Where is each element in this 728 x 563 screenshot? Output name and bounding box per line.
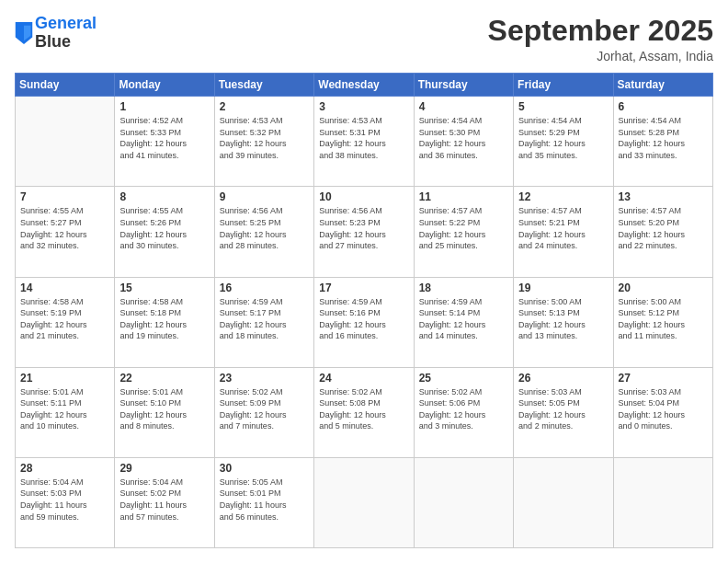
day-info: Sunrise: 4:56 AM Sunset: 5:23 PM Dayligh…: [319, 205, 408, 251]
calendar-cell: 18Sunrise: 4:59 AM Sunset: 5:14 PM Dayli…: [414, 277, 513, 367]
day-info: Sunrise: 4:59 AM Sunset: 5:17 PM Dayligh…: [220, 296, 309, 342]
day-number: 13: [619, 190, 708, 203]
day-number: 19: [518, 282, 608, 294]
day-info: Sunrise: 5:02 AM Sunset: 5:08 PM Dayligh…: [319, 386, 408, 432]
day-info: Sunrise: 4:52 AM Sunset: 5:33 PM Dayligh…: [119, 115, 209, 161]
calendar-cell: 22Sunrise: 5:01 AM Sunset: 5:10 PM Dayli…: [115, 367, 214, 457]
calendar-cell: 10Sunrise: 4:56 AM Sunset: 5:23 PM Dayli…: [314, 187, 414, 277]
calendar-cell: 3Sunrise: 4:53 AM Sunset: 5:31 PM Daylig…: [314, 97, 414, 187]
day-info: Sunrise: 5:00 AM Sunset: 5:12 PM Dayligh…: [619, 296, 708, 342]
page: GeneralBlue September 2025 Jorhat, Assam…: [0, 0, 728, 563]
day-number: 12: [518, 190, 608, 203]
day-info: Sunrise: 4:57 AM Sunset: 5:20 PM Dayligh…: [619, 205, 708, 251]
calendar-cell: 12Sunrise: 4:57 AM Sunset: 5:21 PM Dayli…: [514, 187, 613, 277]
calendar-cell: 11Sunrise: 4:57 AM Sunset: 5:22 PM Dayli…: [414, 187, 513, 277]
location: Jorhat, Assam, India: [488, 49, 713, 63]
week-row-5: 28Sunrise: 5:04 AM Sunset: 5:03 PM Dayli…: [16, 457, 713, 547]
day-number: 27: [619, 372, 708, 385]
day-number: 23: [220, 372, 309, 385]
col-wednesday: Wednesday: [314, 74, 414, 97]
day-info: Sunrise: 4:58 AM Sunset: 5:19 PM Dayligh…: [20, 296, 109, 342]
calendar-cell: 6Sunrise: 4:54 AM Sunset: 5:28 PM Daylig…: [613, 97, 712, 187]
month-title: September 2025: [488, 15, 713, 47]
week-row-4: 21Sunrise: 5:01 AM Sunset: 5:11 PM Dayli…: [16, 367, 713, 457]
day-info: Sunrise: 5:01 AM Sunset: 5:11 PM Dayligh…: [20, 386, 109, 432]
day-number: 20: [619, 282, 708, 294]
week-row-2: 7Sunrise: 4:55 AM Sunset: 5:27 PM Daylig…: [16, 187, 713, 277]
day-info: Sunrise: 4:53 AM Sunset: 5:31 PM Dayligh…: [319, 115, 408, 161]
day-number: 14: [20, 282, 109, 294]
day-number: 1: [119, 100, 209, 113]
header-row: Sunday Monday Tuesday Wednesday Thursday…: [16, 74, 713, 97]
day-number: 17: [319, 282, 408, 294]
day-info: Sunrise: 5:04 AM Sunset: 5:02 PM Dayligh…: [119, 477, 209, 523]
day-number: 10: [319, 190, 408, 203]
day-number: 3: [319, 100, 408, 113]
logo-icon: [15, 22, 33, 44]
day-info: Sunrise: 5:01 AM Sunset: 5:10 PM Dayligh…: [119, 386, 209, 432]
day-info: Sunrise: 4:58 AM Sunset: 5:18 PM Dayligh…: [119, 296, 209, 342]
header: GeneralBlue September 2025 Jorhat, Assam…: [15, 15, 713, 63]
calendar-cell: 8Sunrise: 4:55 AM Sunset: 5:26 PM Daylig…: [115, 187, 214, 277]
day-number: 9: [220, 190, 309, 203]
col-monday: Monday: [115, 74, 214, 97]
calendar-cell: 24Sunrise: 5:02 AM Sunset: 5:08 PM Dayli…: [314, 367, 414, 457]
calendar-cell: 21Sunrise: 5:01 AM Sunset: 5:11 PM Dayli…: [16, 367, 115, 457]
calendar-cell: 28Sunrise: 5:04 AM Sunset: 5:03 PM Dayli…: [16, 457, 115, 547]
day-number: 30: [220, 462, 309, 475]
calendar-cell: 5Sunrise: 4:54 AM Sunset: 5:29 PM Daylig…: [514, 97, 613, 187]
day-number: 22: [119, 372, 209, 385]
day-number: 28: [20, 462, 109, 475]
calendar-cell: 4Sunrise: 4:54 AM Sunset: 5:30 PM Daylig…: [414, 97, 513, 187]
calendar-cell: 2Sunrise: 4:53 AM Sunset: 5:32 PM Daylig…: [214, 97, 313, 187]
day-number: 8: [119, 190, 209, 203]
day-number: 16: [220, 282, 309, 294]
day-number: 11: [419, 190, 508, 203]
day-info: Sunrise: 4:57 AM Sunset: 5:22 PM Dayligh…: [419, 205, 508, 251]
day-info: Sunrise: 5:02 AM Sunset: 5:06 PM Dayligh…: [419, 386, 508, 432]
calendar-cell: 23Sunrise: 5:02 AM Sunset: 5:09 PM Dayli…: [214, 367, 313, 457]
calendar-cell: [16, 97, 115, 187]
day-number: 29: [119, 462, 209, 475]
day-info: Sunrise: 5:05 AM Sunset: 5:01 PM Dayligh…: [220, 477, 309, 523]
col-sunday: Sunday: [16, 74, 115, 97]
col-saturday: Saturday: [613, 74, 712, 97]
day-number: 18: [419, 282, 508, 294]
calendar-cell: 15Sunrise: 4:58 AM Sunset: 5:18 PM Dayli…: [115, 277, 214, 367]
week-row-1: 1Sunrise: 4:52 AM Sunset: 5:33 PM Daylig…: [16, 97, 713, 187]
day-info: Sunrise: 4:59 AM Sunset: 5:14 PM Dayligh…: [419, 296, 508, 342]
day-info: Sunrise: 5:03 AM Sunset: 5:05 PM Dayligh…: [518, 386, 608, 432]
calendar-cell: 30Sunrise: 5:05 AM Sunset: 5:01 PM Dayli…: [214, 457, 313, 547]
day-info: Sunrise: 5:04 AM Sunset: 5:03 PM Dayligh…: [20, 477, 109, 523]
day-number: 7: [20, 190, 109, 203]
calendar-cell: 20Sunrise: 5:00 AM Sunset: 5:12 PM Dayli…: [613, 277, 712, 367]
day-number: 26: [518, 372, 608, 385]
day-number: 2: [220, 100, 309, 113]
col-thursday: Thursday: [414, 74, 513, 97]
calendar-cell: [414, 457, 513, 547]
day-info: Sunrise: 5:02 AM Sunset: 5:09 PM Dayligh…: [220, 386, 309, 432]
day-number: 24: [319, 372, 408, 385]
day-info: Sunrise: 4:54 AM Sunset: 5:28 PM Dayligh…: [619, 115, 708, 161]
col-friday: Friday: [514, 74, 613, 97]
logo-text: GeneralBlue: [35, 15, 97, 52]
calendar-cell: 16Sunrise: 4:59 AM Sunset: 5:17 PM Dayli…: [214, 277, 313, 367]
day-info: Sunrise: 4:55 AM Sunset: 5:27 PM Dayligh…: [20, 205, 109, 251]
calendar-cell: 1Sunrise: 4:52 AM Sunset: 5:33 PM Daylig…: [115, 97, 214, 187]
day-info: Sunrise: 4:53 AM Sunset: 5:32 PM Dayligh…: [220, 115, 309, 161]
calendar-cell: 25Sunrise: 5:02 AM Sunset: 5:06 PM Dayli…: [414, 367, 513, 457]
calendar-cell: 17Sunrise: 4:59 AM Sunset: 5:16 PM Dayli…: [314, 277, 414, 367]
calendar-cell: 19Sunrise: 5:00 AM Sunset: 5:13 PM Dayli…: [514, 277, 613, 367]
week-row-3: 14Sunrise: 4:58 AM Sunset: 5:19 PM Dayli…: [16, 277, 713, 367]
calendar-cell: 26Sunrise: 5:03 AM Sunset: 5:05 PM Dayli…: [514, 367, 613, 457]
calendar-cell: [613, 457, 712, 547]
day-number: 5: [518, 100, 608, 113]
calendar-table: Sunday Monday Tuesday Wednesday Thursday…: [15, 73, 713, 548]
calendar-cell: 27Sunrise: 5:03 AM Sunset: 5:04 PM Dayli…: [613, 367, 712, 457]
day-info: Sunrise: 4:54 AM Sunset: 5:30 PM Dayligh…: [419, 115, 508, 161]
calendar-cell: 13Sunrise: 4:57 AM Sunset: 5:20 PM Dayli…: [613, 187, 712, 277]
title-block: September 2025 Jorhat, Assam, India: [488, 15, 713, 63]
col-tuesday: Tuesday: [214, 74, 313, 97]
day-number: 6: [619, 100, 708, 113]
day-info: Sunrise: 4:54 AM Sunset: 5:29 PM Dayligh…: [518, 115, 608, 161]
